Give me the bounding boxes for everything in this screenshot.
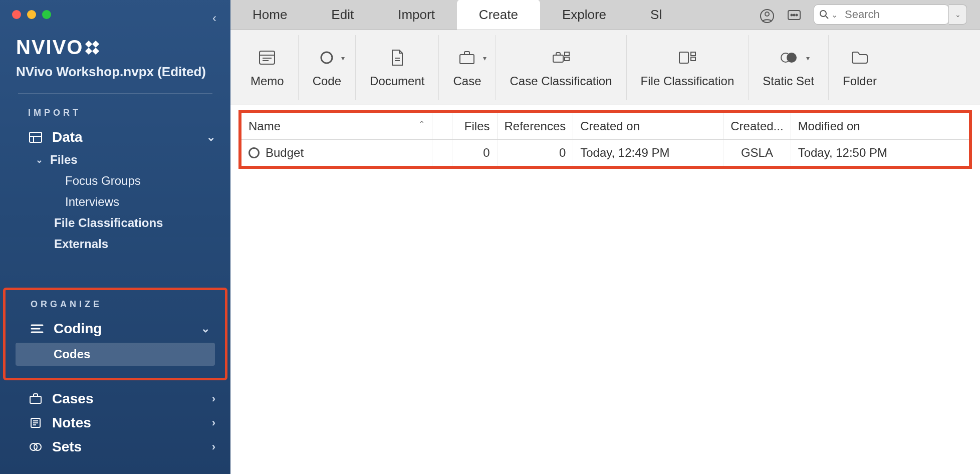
sidebar-item-file-classifications[interactable]: File Classifications — [0, 212, 230, 233]
svg-rect-31 — [565, 57, 569, 61]
memo-icon — [259, 46, 276, 69]
svg-point-14 — [765, 12, 769, 16]
column-header-created-on[interactable]: Created on — [573, 113, 723, 140]
project-title: NVivo Workshop.nvpx (Edited) — [16, 64, 206, 80]
svg-point-17 — [794, 15, 795, 16]
ribbon-btn-memo[interactable]: Memo — [236, 35, 299, 100]
organize-section-highlight: ORGANIZE Coding ⌄ Codes — [3, 288, 227, 380]
file-classification-icon — [678, 46, 697, 69]
cell-references: 0 — [497, 140, 573, 166]
ribbon-btn-static-set[interactable]: ▾ Static Set — [749, 35, 829, 100]
sidebar-item-codes[interactable]: Codes — [16, 343, 215, 366]
window-close-button[interactable] — [12, 10, 21, 19]
column-header-references[interactable]: References — [497, 113, 573, 140]
search-icon — [819, 10, 829, 20]
search-input[interactable]: ⌄ — [814, 5, 949, 25]
search-field[interactable] — [845, 8, 943, 21]
column-header-name[interactable]: Name ⌃ — [241, 113, 432, 140]
code-icon: ▾ — [320, 46, 334, 69]
svg-rect-32 — [679, 52, 688, 63]
tab-sl[interactable]: Sl — [628, 0, 684, 30]
cell-value: Budget — [266, 146, 304, 160]
chevron-down-icon: ▾ — [483, 54, 486, 63]
ribbon-btn-code[interactable]: ▾ Code — [299, 35, 356, 100]
sidebar-item-files[interactable]: ⌄ Files — [0, 149, 230, 170]
cell-value: Today, 12:49 PM — [580, 146, 669, 159]
cell-value: GSLA — [741, 146, 773, 159]
sidebar-item-label: Sets — [52, 439, 82, 455]
sidebar-item-cases[interactable]: Cases › — [0, 387, 230, 411]
sidebar-item-sets[interactable]: Sets › — [0, 435, 230, 459]
data-icon — [28, 132, 43, 143]
sidebar-item-focus-groups[interactable]: Focus Groups — [0, 170, 230, 191]
app-logo-text: NVIVO — [16, 36, 83, 59]
section-label-import: IMPORT — [0, 108, 230, 118]
ribbon-btn-case-classification[interactable]: Case Classification — [496, 35, 626, 100]
tab-import[interactable]: Import — [376, 0, 457, 30]
menubar: Home Edit Import Create Explore Sl ⌄ ⌄ — [230, 0, 980, 30]
ribbon-btn-folder[interactable]: Folder — [829, 35, 891, 100]
codes-table-highlight: Name ⌃ Files References Created on Creat… — [238, 110, 972, 169]
sidebar-item-label: Interviews — [65, 195, 119, 209]
chevron-down-icon: ⌄ — [201, 322, 210, 335]
sidebar-item-notes[interactable]: Notes › — [0, 411, 230, 435]
section-label-organize: ORGANIZE — [6, 299, 225, 310]
sidebar-item-label: Notes — [52, 415, 91, 431]
svg-rect-6 — [30, 396, 41, 403]
code-node-icon — [249, 147, 260, 158]
tab-label: Import — [398, 7, 435, 23]
tab-label: Home — [253, 7, 287, 23]
cell-created-on: Today, 12:49 PM — [573, 140, 723, 166]
tab-label: Create — [479, 7, 518, 23]
tab-explore[interactable]: Explore — [540, 0, 628, 30]
chevron-right-icon: › — [212, 440, 215, 453]
svg-point-16 — [791, 15, 793, 16]
tab-label: Edit — [331, 7, 354, 23]
coding-icon — [30, 324, 45, 334]
svg-rect-30 — [565, 52, 569, 56]
tab-create[interactable]: Create — [457, 0, 540, 30]
column-header-label: References — [505, 119, 566, 133]
sidebar-item-externals[interactable]: Externals — [0, 233, 230, 255]
column-header-modified-on[interactable]: Modified on — [791, 113, 969, 140]
chevron-down-icon: ⌄ — [955, 11, 961, 19]
main-panel: Home Edit Import Create Explore Sl ⌄ ⌄ M… — [230, 0, 980, 474]
column-header-label: Created... — [730, 119, 783, 133]
ribbon-btn-file-classification[interactable]: File Classification — [627, 35, 749, 100]
tab-edit[interactable]: Edit — [309, 0, 376, 30]
column-header-created-by[interactable]: Created... — [723, 113, 791, 140]
sidebar-item-label: Codes — [54, 347, 90, 361]
ribbon-btn-label: File Classification — [641, 74, 734, 89]
chevron-down-icon: ⌄ — [32, 154, 46, 165]
account-icon[interactable] — [754, 3, 781, 30]
chevron-right-icon: › — [212, 416, 215, 429]
sidebar-item-data[interactable]: Data ⌄ — [0, 125, 230, 149]
svg-point-19 — [820, 11, 826, 17]
sidebar-collapse-button[interactable]: ‹ — [212, 11, 216, 25]
chat-icon[interactable] — [781, 3, 808, 30]
ribbon-btn-label: Document — [370, 74, 424, 89]
sidebar-item-coding[interactable]: Coding ⌄ — [6, 317, 225, 341]
svg-point-36 — [787, 53, 796, 62]
cell-value: 0 — [483, 146, 489, 159]
tab-home[interactable]: Home — [230, 0, 309, 30]
ribbon-btn-document[interactable]: Document — [356, 35, 439, 100]
window-zoom-button[interactable] — [42, 10, 51, 19]
table-row[interactable]: Budget 0 0 Today, 12:49 PM GSLA Today, 1… — [241, 140, 969, 166]
svg-rect-0 — [30, 132, 42, 142]
svg-rect-28 — [460, 55, 474, 64]
svg-rect-29 — [553, 55, 563, 62]
cell-value: 0 — [559, 146, 566, 159]
ribbon-btn-label: Code — [313, 74, 341, 89]
column-header-files[interactable]: Files — [452, 113, 497, 140]
sidebar-item-interviews[interactable]: Interviews — [0, 191, 230, 212]
case-icon: ▾ — [458, 46, 475, 69]
sidebar-item-label: Data — [52, 129, 83, 145]
ribbon-btn-label: Case Classification — [510, 74, 612, 89]
search-dropdown-button[interactable]: ⌄ — [949, 5, 967, 25]
window-minimize-button[interactable] — [27, 10, 36, 19]
sidebar-item-label: Focus Groups — [65, 174, 141, 188]
tab-label: Sl — [650, 7, 662, 23]
cell-spacer — [432, 140, 452, 166]
ribbon-btn-case[interactable]: ▾ Case — [439, 35, 496, 100]
